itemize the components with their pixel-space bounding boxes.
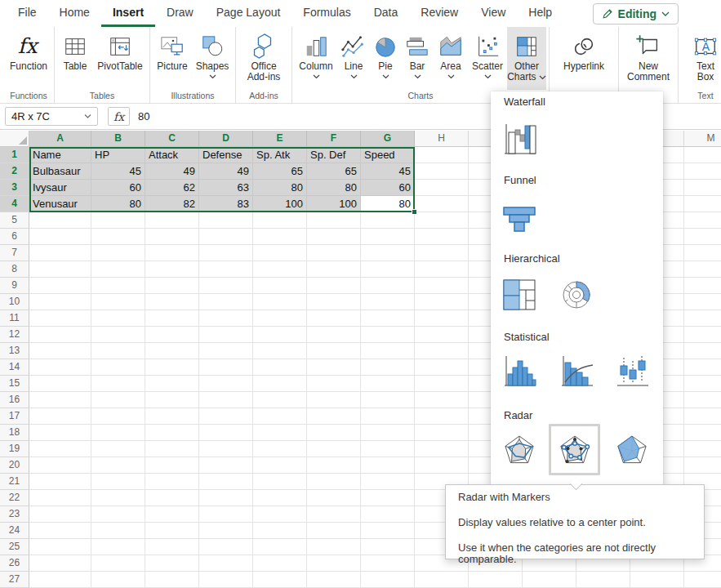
chevron-down-icon[interactable] [350, 74, 358, 79]
cell-D10[interactable] [199, 294, 253, 310]
cell-A2[interactable]: Bulbasaur [29, 163, 91, 180]
row-header-21[interactable]: 21 [0, 474, 29, 490]
cell-D3[interactable]: 63 [199, 180, 253, 196]
chevron-down-icon[interactable] [382, 74, 389, 79]
cell-F1[interactable]: Sp. Def [307, 147, 361, 163]
cell-G1[interactable]: Speed [361, 147, 415, 163]
cell-M17[interactable] [684, 408, 721, 425]
cell-E25[interactable] [253, 539, 307, 555]
cell-H2[interactable] [415, 163, 469, 180]
shapes-button[interactable]: Shapes [192, 27, 233, 90]
name-box[interactable]: 4R x 7C [5, 107, 98, 126]
cell-M11[interactable] [684, 310, 721, 327]
text-box-button[interactable]: ATextBox [681, 27, 721, 90]
cell-C23[interactable] [145, 506, 199, 523]
cell-A23[interactable] [29, 506, 91, 523]
cell-E15[interactable] [253, 376, 307, 392]
cell-C22[interactable] [145, 490, 199, 506]
cell-H14[interactable] [415, 359, 469, 376]
cell-G9[interactable] [361, 278, 415, 294]
cell-D4[interactable]: 83 [199, 196, 253, 212]
cell-G23[interactable] [361, 506, 415, 523]
new-comment-button[interactable]: NewComment [621, 27, 675, 90]
cell-F12[interactable] [307, 327, 361, 343]
cell-F9[interactable] [307, 278, 361, 294]
cell-H13[interactable] [415, 343, 469, 359]
menu-help[interactable]: Help [517, 0, 563, 27]
cell-F5[interactable] [307, 212, 361, 229]
cell-D13[interactable] [199, 343, 253, 359]
cell-A22[interactable] [29, 490, 91, 506]
cell-H18[interactable] [415, 425, 469, 441]
filled-radar-chart-option[interactable] [613, 431, 651, 469]
bar-button[interactable]: Bar [401, 27, 434, 90]
cell-C7[interactable] [145, 245, 199, 261]
cell-J27[interactable] [523, 572, 576, 588]
fx-button[interactable]: fx [108, 107, 130, 126]
row-header-14[interactable]: 14 [0, 359, 29, 376]
cell-C26[interactable] [145, 555, 199, 572]
cell-A12[interactable] [29, 327, 91, 343]
cell-H8[interactable] [415, 261, 469, 278]
cell-D17[interactable] [199, 408, 253, 425]
cell-B3[interactable]: 60 [91, 180, 145, 196]
cell-F18[interactable] [307, 425, 361, 441]
cell-M16[interactable] [684, 392, 721, 408]
cell-D19[interactable] [199, 441, 253, 457]
chevron-down-icon[interactable] [447, 74, 455, 79]
cell-G12[interactable] [361, 327, 415, 343]
cell-H17[interactable] [415, 408, 469, 425]
cell-A5[interactable] [29, 212, 91, 229]
cell-B20[interactable] [91, 457, 145, 474]
cell-H11[interactable] [415, 310, 469, 327]
row-header-22[interactable]: 22 [0, 490, 29, 506]
cell-G7[interactable] [361, 245, 415, 261]
pivottable-button[interactable]: PivotTable [93, 27, 147, 90]
cell-E8[interactable] [253, 261, 307, 278]
cell-B25[interactable] [91, 539, 145, 555]
cell-H9[interactable] [415, 278, 469, 294]
histogram-chart-option[interactable] [501, 353, 538, 390]
column-header-m[interactable]: M [684, 131, 721, 147]
cell-D1[interactable]: Defense [199, 147, 253, 163]
menu-formulas[interactable]: Formulas [292, 0, 362, 27]
cell-A10[interactable] [29, 294, 91, 310]
row-header-13[interactable]: 13 [0, 343, 29, 359]
cell-E24[interactable] [253, 523, 307, 539]
cell-B1[interactable]: HP [91, 147, 145, 163]
editing-mode-button[interactable]: Editing [593, 3, 679, 24]
cell-E5[interactable] [253, 212, 307, 229]
row-header-17[interactable]: 17 [0, 408, 29, 425]
cell-H27[interactable] [415, 572, 469, 588]
cell-M2[interactable] [684, 163, 721, 180]
sunburst-chart-option[interactable] [558, 276, 595, 314]
office-add-ins-button[interactable]: OfficeAdd-ins [238, 27, 289, 90]
cell-B17[interactable] [91, 408, 145, 425]
cell-F14[interactable] [307, 359, 361, 376]
cell-C19[interactable] [145, 441, 199, 457]
cell-H1[interactable] [415, 147, 469, 163]
menu-draw[interactable]: Draw [155, 0, 205, 27]
row-header-10[interactable]: 10 [0, 294, 29, 310]
line-button[interactable]: Line [337, 27, 370, 90]
cell-G22[interactable] [361, 490, 415, 506]
cell-C12[interactable] [145, 327, 199, 343]
cell-C15[interactable] [145, 376, 199, 392]
cell-M8[interactable] [684, 261, 721, 278]
cell-C25[interactable] [145, 539, 199, 555]
menu-review[interactable]: Review [409, 0, 470, 27]
cell-A17[interactable] [29, 408, 91, 425]
cell-B7[interactable] [91, 245, 145, 261]
cell-A8[interactable] [29, 261, 91, 278]
cell-H19[interactable] [415, 441, 469, 457]
cell-C13[interactable] [145, 343, 199, 359]
cell-A3[interactable]: Ivysaur [29, 180, 91, 196]
pareto-chart-option[interactable] [558, 353, 595, 390]
cell-A27[interactable] [29, 572, 91, 588]
column-header-h[interactable]: H [415, 131, 469, 147]
cell-H10[interactable] [415, 294, 469, 310]
cell-G16[interactable] [361, 392, 415, 408]
cell-K27[interactable] [576, 572, 630, 588]
cell-D23[interactable] [199, 506, 253, 523]
cell-F3[interactable]: 80 [307, 180, 361, 196]
